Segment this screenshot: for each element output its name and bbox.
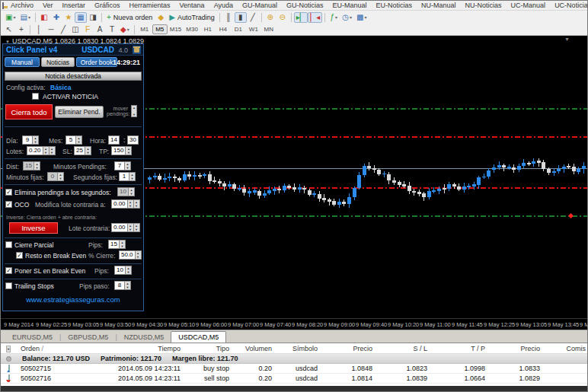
pips-be-field[interactable]: 10▲▼ <box>114 266 132 275</box>
poner-sl-checkbox[interactable]: ✓ <box>5 267 12 274</box>
panel-tab-manual[interactable]: Manual <box>5 57 40 67</box>
col-comision[interactable]: Comis <box>543 345 588 352</box>
dist-field[interactable]: 15▲▼ <box>23 161 40 171</box>
sl-field[interactable]: 25▲▼ <box>74 146 91 155</box>
mover-pendings-spinner[interactable]: ▲▼ <box>131 105 137 117</box>
inverse-button[interactable]: Inverse <box>9 222 58 234</box>
elimina-pendings-checkbox[interactable]: ✓ <box>5 189 12 196</box>
menu-ayuda[interactable]: Ayuda <box>210 2 237 9</box>
candlestick-chart-button[interactable]: ▮ <box>235 12 247 23</box>
col-simbolo[interactable]: Símbolo <box>275 345 321 352</box>
tab-gbpusd[interactable]: GBPUSD,M5 <box>61 332 115 343</box>
auto-scroll-button[interactable]: ▸▏ <box>294 12 308 23</box>
templates-button[interactable]: ▩▾ <box>354 12 369 23</box>
bar-chart-button[interactable]: ║ <box>222 12 235 23</box>
trendline-button[interactable]: ╱ <box>57 24 69 35</box>
label-button[interactable]: T <box>106 24 118 35</box>
lote-contraria-field[interactable]: 0.00▲▼▲▼ <box>111 223 140 232</box>
panel-tab-orderbook[interactable]: Order book <box>76 57 117 67</box>
menu-uc-noticias[interactable]: UC-Noticias <box>551 2 588 9</box>
minutos-fijas-field[interactable]: 0▲▼ <box>47 172 64 181</box>
col-tp[interactable]: T / P <box>430 345 488 352</box>
navigator-button[interactable]: ★ <box>62 12 75 23</box>
cursor-button[interactable]: ↖ <box>3 24 15 35</box>
oco-checkbox[interactable]: ✓ <box>5 201 12 208</box>
time-axis[interactable]: 9 May 2014 9 May 02:25 9 May 03:05 9 May… <box>1 318 588 330</box>
tab-eurusd[interactable]: EURUSD,M5 <box>5 332 59 343</box>
periods-button[interactable]: ◷▾ <box>340 12 354 23</box>
tab-usdcad[interactable]: USDCAD,M5 <box>171 331 226 343</box>
minutos-pendings-field[interactable]: 7▲▼ <box>114 161 131 171</box>
zoom-out-button[interactable]: ⊖ <box>276 12 289 23</box>
tp-field[interactable]: 150▲▼ <box>111 146 132 155</box>
metaeditor-button[interactable]: ◆ <box>155 12 167 23</box>
menu-ventana[interactable]: Ventana <box>176 2 209 9</box>
menu-gu-manual[interactable]: GU-Manual <box>238 2 281 9</box>
new-chart-button[interactable]: ▣▾ <box>3 12 18 23</box>
col-tipo[interactable]: Tipo <box>184 345 232 352</box>
horizontal-line-button[interactable]: ─ <box>45 24 57 35</box>
order-row[interactable]: 50502716 2014.05.09 14:23:11 sell stop 0… <box>1 374 588 384</box>
eliminar-pend-button[interactable]: Eliminar Pend. <box>55 106 104 118</box>
menu-eu-noticias[interactable]: EU-Noticias <box>372 2 417 9</box>
modifica-lote-field[interactable]: 0.00▲▼▲▼ <box>111 199 140 209</box>
zoom-in-button[interactable]: ⊕ <box>264 12 276 23</box>
cierre-parcial-checkbox[interactable] <box>5 241 12 248</box>
timeframe-m30[interactable]: M30 <box>184 24 200 34</box>
chart-shift-button[interactable]: ▏◂ <box>308 12 322 23</box>
menu-herramientas[interactable]: Herramientas <box>126 2 174 9</box>
pips-cierre-field[interactable]: 15▲▼ <box>108 240 126 249</box>
menu-ver[interactable]: Ver <box>39 2 57 9</box>
pct-cierre-field[interactable]: 50.0▲▼ <box>119 250 142 260</box>
col-orden[interactable]: Orden / <box>18 345 115 352</box>
crosshair-button[interactable]: + <box>15 24 27 35</box>
order-row[interactable]: 50502715 2014.05.09 14:23:11 buy stop 0.… <box>1 364 588 374</box>
channel-button[interactable]: ◫ <box>69 24 81 35</box>
menu-graficos[interactable]: Gráficos <box>91 2 124 9</box>
timeframe-m1[interactable]: M1 <box>137 24 152 34</box>
market-watch-button[interactable]: ◧ <box>38 12 50 23</box>
menu-archivo[interactable]: Archivo <box>7 2 37 9</box>
col-volumen[interactable]: Volumen <box>232 345 275 352</box>
cierra-todo-button[interactable]: Cierra todo <box>5 104 53 120</box>
panel-tab-noticias[interactable]: Noticias <box>41 57 75 67</box>
col-sl[interactable]: S / L <box>375 345 430 352</box>
elimina-pendings-field[interactable]: 10▲▼ <box>117 187 135 196</box>
hora-minutes-field[interactable]: 30 <box>127 135 139 145</box>
vertical-line-button[interactable]: │ <box>33 24 45 35</box>
line-chart-button[interactable]: ╱ <box>247 12 259 23</box>
scroll-to-end-icon[interactable]: ▼ <box>564 37 570 42</box>
menu-nu-manual[interactable]: NU-Manual <box>417 2 460 9</box>
menu-nu-noticias[interactable]: NU-Noticias <box>462 2 506 9</box>
timeframe-w1[interactable]: W1 <box>246 24 261 34</box>
pips-paso-field[interactable]: 8▲▼ <box>114 281 131 290</box>
col-precio2[interactable]: Precio <box>488 345 543 352</box>
dia-field[interactable]: 9▲▼ <box>22 135 39 145</box>
resto-breakeven-checkbox[interactable]: ✓ <box>16 252 23 259</box>
menu-eu-manual[interactable]: EU-Manual <box>329 2 371 9</box>
col-tiempo[interactable]: Tiempo <box>115 345 184 352</box>
hora-hours-field[interactable]: 14 <box>108 135 120 145</box>
nueva-orden-button[interactable]: +Nueva orden <box>104 12 155 23</box>
menu-uc-manual[interactable]: UC-Manual <box>507 2 550 9</box>
activar-noticia-checkbox[interactable] <box>32 93 39 100</box>
trash-icon[interactable] <box>133 46 141 54</box>
menu-insertar[interactable]: Insertar <box>59 2 90 9</box>
timeframe-m15[interactable]: M15 <box>168 24 184 34</box>
segundos-fijas-field[interactable]: 1▲▼ <box>119 172 136 181</box>
data-window-button[interactable]: ✚ <box>50 12 62 23</box>
fibonacci-button[interactable]: F <box>81 24 94 35</box>
indicators-button[interactable]: ƒ▾ <box>328 12 340 23</box>
text-button[interactable]: A <box>94 24 106 35</box>
timeframe-mn[interactable]: MN <box>261 24 276 34</box>
timeframe-m5[interactable]: M5 <box>152 24 168 34</box>
timeframe-h1[interactable]: H1 <box>200 24 216 34</box>
close-terminal-icon[interactable]: × <box>6 346 11 352</box>
autotrading-button[interactable]: ▶AutoTrading <box>167 12 216 23</box>
lotes-field[interactable]: 0.20▲▼▲▼ <box>27 146 56 155</box>
timeframe-d1[interactable]: D1 <box>231 24 246 34</box>
col-precio[interactable]: Precio <box>321 345 375 352</box>
profiles-button[interactable]: ▤▾ <box>18 12 32 23</box>
timeframe-h4[interactable]: H4 <box>216 24 231 34</box>
mes-field[interactable]: 5▲▼ <box>66 135 82 145</box>
